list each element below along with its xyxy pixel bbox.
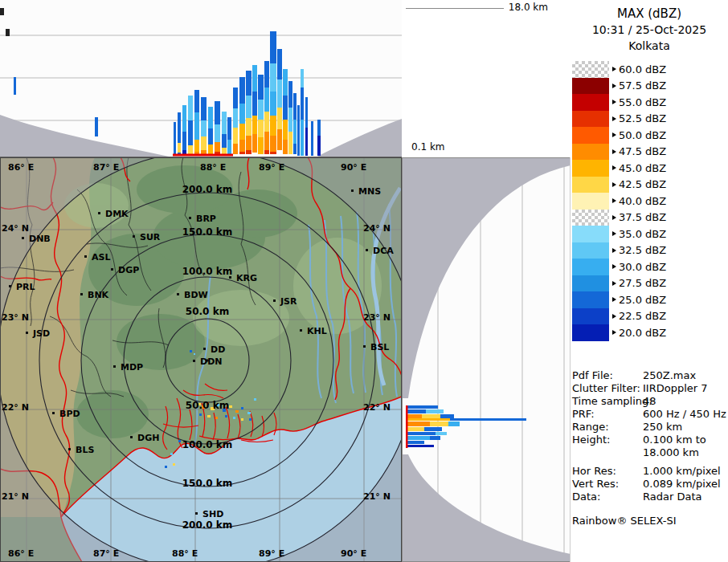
latitude-label: 21° N: [2, 491, 29, 502]
legend-entry: 35.0 dBZ: [571, 226, 728, 242]
echo-bar-segment: [258, 137, 264, 154]
echo-bar-segment: [283, 140, 288, 154]
info-value: Radar Data: [643, 491, 701, 503]
echo-bar-segment: [246, 150, 252, 154]
map-echo-pixel: [173, 463, 175, 466]
echo-bar-segment: [188, 96, 193, 120]
echo-bar-segment: [264, 112, 269, 132]
echo-bar-segment: [14, 77, 16, 95]
echo-bar-segment: [277, 129, 282, 150]
info-row: Clutter Filter:IIRDoppler 7: [571, 382, 728, 395]
echo-bar-segment: [215, 101, 220, 124]
echo-bar-segment: [288, 81, 292, 108]
info-row: PRF:600 Hz / 450 Hz: [571, 408, 728, 421]
legend-entry-label: 30.0 dBZ: [619, 261, 666, 273]
range-ring-label: 100.0 km: [182, 266, 233, 277]
legend-arrow-icon: [612, 248, 616, 253]
info-row: 18.000 km: [571, 446, 728, 459]
legend-entry-label: 22.5 dBZ: [619, 310, 666, 322]
city-label: PRL: [16, 282, 35, 292]
city-label: JSD: [32, 328, 50, 339]
legend-entry-label: 57.5 dBZ: [619, 79, 666, 92]
echo-bar-segment: [436, 432, 447, 435]
legend-entries: 60.0 dBZ57.5 dBZ55.0 dBZ52.5 dBZ50.0 dBZ…: [571, 61, 728, 341]
map-echo-pixel: [254, 398, 256, 401]
echo-bar-segment: [424, 427, 442, 431]
legend-title: MAX (dBZ): [571, 6, 728, 22]
echo-bar-segment: [283, 69, 288, 96]
legend-arrow-icon: [612, 231, 616, 236]
echo-bar-segment: [201, 136, 207, 150]
city-label: MNS: [358, 186, 381, 197]
city-dot: [300, 329, 302, 332]
legend-entry-label: 35.0 dBZ: [619, 228, 666, 240]
city-dot: [68, 448, 71, 450]
echo-bar-segment: [317, 120, 321, 136]
echo-bar-segment: [283, 120, 288, 140]
echo-bar-segment: [293, 93, 297, 120]
legend-entry: 20.0 dBZ: [571, 324, 728, 341]
echo-bar-segment: [239, 152, 245, 154]
city-dot: [363, 345, 366, 348]
city-label: DGH: [137, 433, 159, 443]
legend-color-chip: [572, 61, 609, 78]
latitude-label: 24° N: [2, 223, 29, 234]
longitude-label: 86° E: [8, 548, 34, 559]
info-row: Pdf File:250Z.max: [571, 369, 728, 382]
echo-bar-segment: [208, 128, 213, 145]
height-axis-max-label: 18.0 km: [509, 2, 548, 13]
legend-color-chip: [572, 210, 609, 226]
latitude-label: 21° N: [363, 491, 391, 502]
legend-color-chip: [572, 242, 609, 259]
side-cross-section-panel: [402, 157, 571, 562]
longitude-label: 89° E: [259, 162, 284, 173]
city-dot: [351, 189, 354, 192]
legend-panel: MAX (dBZ) 10:31 / 25-Oct-2025 Kolkata 60…: [571, 0, 728, 360]
echo-bar-segment: [233, 144, 238, 154]
echo-bar-segment: [194, 140, 199, 152]
longitude-label: 90° E: [341, 548, 366, 559]
echo-bar-segment: [288, 132, 292, 154]
legend-datetime: 10:31 / 25-Oct-2025: [571, 22, 728, 38]
legend-color-chip: [572, 94, 609, 111]
echo-bar-segment: [239, 77, 245, 104]
legend-entry: 22.5 dBZ: [571, 308, 728, 325]
legend-color-chip: [572, 78, 609, 95]
echo-bar-segment: [252, 92, 257, 116]
echo-bar-segment: [288, 108, 292, 132]
echo-bar-segment: [222, 112, 227, 134]
echo-bar-segment: [252, 65, 257, 92]
echo-bar-segment: [95, 117, 98, 136]
info-value: 18.000 km: [643, 446, 699, 458]
echo-bar-segment: [426, 409, 444, 413]
legend-arrow-icon: [612, 67, 616, 71]
echo-bar-segment: [407, 441, 424, 444]
map-echo-pixel: [225, 415, 227, 417]
legend-entry: 47.5 dBZ: [571, 144, 728, 161]
info-label: Time sampling:: [572, 395, 643, 408]
echo-bar-segment: [430, 436, 440, 440]
map-echo-pixel: [190, 350, 192, 352]
city-dot: [52, 412, 55, 414]
map-echo-pixel: [241, 418, 243, 421]
legend-arrow-icon: [612, 264, 616, 269]
echo-bar-segment: [264, 132, 269, 150]
height-axis-min-label: 0.1 km: [411, 141, 445, 153]
legend-entry: 50.0 dBZ: [571, 127, 728, 144]
legend-entry: 37.5 dBZ: [571, 210, 728, 226]
legend-entry: 30.0 dBZ: [571, 259, 728, 275]
echo-bar-segment: [311, 121, 313, 156]
info-value: 250Z.max: [643, 369, 696, 381]
city-label: DGP: [118, 265, 139, 275]
echo-bar-segment: [305, 97, 308, 128]
legend-entry: 60.0 dBZ: [571, 61, 728, 78]
legend-entry: 52.5 dBZ: [571, 111, 728, 128]
city-label: MDP: [121, 362, 143, 373]
legend-entry-label: 47.5 dBZ: [619, 145, 666, 157]
info-value: IIRDoppler 7: [643, 382, 708, 394]
city-dot: [26, 332, 28, 334]
range-ring-label: 150.0 km: [182, 226, 233, 238]
legend-entry-label: 27.5 dBZ: [619, 277, 666, 289]
city-label: KRG: [236, 273, 257, 283]
city-label: BPD: [59, 409, 80, 419]
